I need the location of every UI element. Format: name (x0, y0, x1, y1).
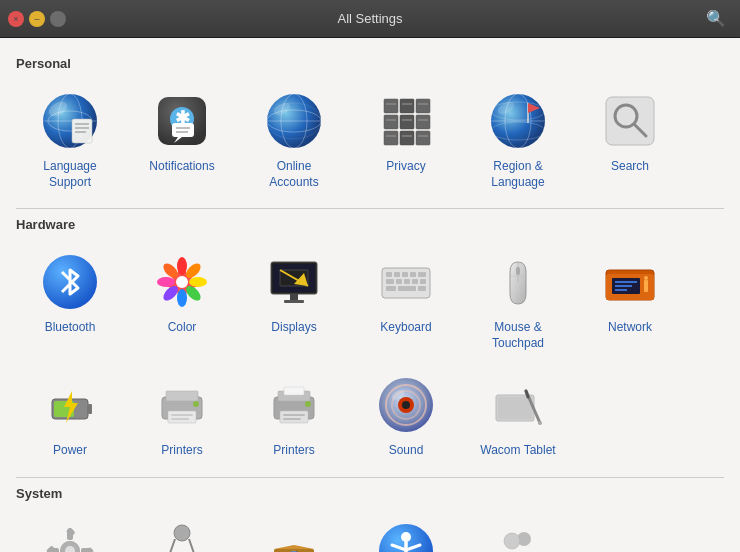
svg-rect-77 (386, 279, 394, 284)
svg-rect-23 (384, 99, 398, 113)
search-app-icon (598, 89, 662, 153)
item-displays[interactable]: Displays (240, 240, 348, 359)
maximize-button[interactable] (50, 11, 66, 27)
svg-rect-133 (46, 545, 56, 552)
details-icon (38, 519, 102, 552)
item-bluetooth[interactable]: Bluetooth (16, 240, 124, 359)
svg-point-57 (189, 277, 207, 287)
svg-rect-79 (404, 279, 410, 284)
svg-rect-27 (400, 115, 414, 129)
users-icon (486, 519, 550, 552)
svg-point-105 (193, 401, 199, 407)
item-printers2[interactable]: Printers (240, 363, 348, 467)
svg-rect-72 (386, 272, 392, 277)
svg-point-61 (157, 277, 175, 287)
svg-rect-29 (416, 99, 430, 113)
svg-rect-13 (172, 123, 194, 137)
svg-rect-91 (644, 280, 648, 292)
displays-label: Displays (271, 320, 316, 336)
item-software-updates[interactable]: Software &Updates (240, 509, 348, 552)
printers-icon (150, 373, 214, 437)
region-icon (486, 89, 550, 153)
titlebar: × – All Settings 🔍 (0, 0, 740, 38)
item-language-support[interactable]: LanguageSupport (16, 79, 124, 198)
item-users[interactable]: Users (464, 509, 572, 552)
svg-rect-80 (412, 279, 418, 284)
svg-point-112 (305, 401, 311, 407)
item-color[interactable]: Color (128, 240, 236, 359)
close-button[interactable]: × (8, 11, 24, 27)
bluetooth-label: Bluetooth (45, 320, 96, 336)
keyboard-label: Keyboard (380, 320, 431, 336)
privacy-icon (374, 89, 438, 153)
item-notifications[interactable]: ✱ Notifications (128, 79, 236, 198)
svg-line-139 (168, 539, 175, 552)
personal-hardware-divider (16, 208, 724, 209)
mouse-icon (486, 250, 550, 314)
item-privacy[interactable]: Privacy (352, 79, 460, 198)
svg-rect-84 (418, 286, 426, 291)
hardware-system-divider (16, 477, 724, 478)
svg-rect-103 (171, 414, 193, 416)
item-search[interactable]: Search (576, 79, 684, 198)
svg-rect-76 (418, 272, 426, 277)
svg-rect-73 (394, 272, 400, 277)
minimize-button[interactable]: – (29, 11, 45, 27)
item-universal-access[interactable]: UniversalAccess (352, 509, 460, 552)
color-icon (150, 250, 214, 314)
svg-point-117 (402, 401, 410, 409)
svg-rect-25 (384, 131, 398, 145)
section-hardware: Hardware B (16, 217, 724, 467)
bluetooth-icon (38, 250, 102, 314)
svg-rect-109 (283, 414, 305, 416)
software-updates-icon (262, 519, 326, 552)
section-system: System (16, 486, 724, 552)
window-title: All Settings (337, 11, 402, 26)
sound-label: Sound (389, 443, 424, 459)
item-sharing[interactable]: Sharing (128, 509, 236, 552)
item-power[interactable]: Power (16, 363, 124, 467)
network-label: Network (608, 320, 652, 336)
search-button[interactable]: 🔍 (700, 5, 732, 32)
svg-rect-108 (280, 411, 308, 423)
printers2-icon (262, 373, 326, 437)
item-sound[interactable]: Sound (352, 363, 460, 467)
svg-point-123 (538, 421, 542, 425)
svg-rect-75 (410, 272, 416, 277)
svg-rect-24 (384, 115, 398, 129)
wacom-tablet-label: Wacom Tablet (480, 443, 555, 459)
svg-rect-70 (284, 300, 304, 303)
svg-rect-30 (416, 115, 430, 129)
svg-point-157 (504, 533, 520, 549)
sound-icon (374, 373, 438, 437)
search-label: Search (611, 159, 649, 175)
item-network[interactable]: Network (576, 240, 684, 359)
item-keyboard[interactable]: Keyboard (352, 240, 460, 359)
displays-icon (262, 250, 326, 314)
svg-rect-111 (284, 387, 304, 395)
svg-rect-120 (498, 397, 532, 419)
item-wacom-tablet[interactable]: Wacom Tablet (464, 363, 572, 467)
svg-rect-81 (420, 279, 426, 284)
item-online-accounts[interactable]: OnlineAccounts (240, 79, 348, 198)
svg-rect-31 (416, 131, 430, 145)
item-region-language[interactable]: Region &Language (464, 79, 572, 198)
section-personal: Personal (16, 56, 724, 198)
language-support-label: LanguageSupport (43, 159, 96, 190)
online-accounts-label: OnlineAccounts (269, 159, 318, 190)
notifications-icon: ✱ (150, 89, 214, 153)
item-mouse-touchpad[interactable]: Mouse &Touchpad (464, 240, 572, 359)
svg-rect-101 (166, 391, 198, 401)
section-system-title: System (16, 486, 724, 501)
svg-point-59 (177, 289, 187, 307)
system-grid: Details Sharing (16, 509, 724, 552)
printers1-label: Printers (161, 443, 202, 459)
svg-rect-97 (88, 404, 92, 414)
svg-rect-26 (400, 99, 414, 113)
item-details[interactable]: Details (16, 509, 124, 552)
region-language-label: Region &Language (491, 159, 544, 190)
svg-rect-87 (516, 267, 520, 275)
item-printers1[interactable]: Printers (128, 363, 236, 467)
svg-point-55 (177, 257, 187, 275)
notifications-label: Notifications (149, 159, 214, 175)
